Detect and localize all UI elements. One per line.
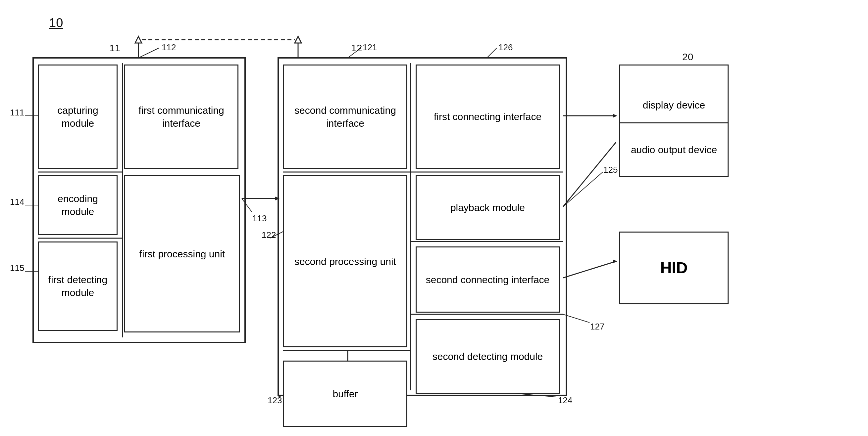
svg-line-23	[563, 261, 616, 278]
ref113: 113	[252, 213, 267, 224]
device11-label: 11	[109, 42, 120, 54]
ref114: 114	[10, 197, 24, 207]
ref121: 121	[363, 42, 377, 53]
svg-marker-4	[135, 36, 142, 43]
svg-marker-11	[275, 197, 280, 200]
ref122: 122	[261, 230, 276, 240]
second-detecting-module-box: second detecting module	[415, 319, 560, 394]
svg-line-28	[138, 48, 159, 58]
svg-marker-21	[613, 114, 617, 118]
ref123: 123	[268, 395, 282, 406]
playback-module-box: playback module	[415, 175, 560, 240]
svg-line-34	[563, 172, 603, 207]
ref115: 115	[10, 263, 24, 273]
svg-line-29	[242, 199, 252, 212]
device12-label: 12	[351, 42, 362, 54]
second-connecting-interface-box: second connecting interface	[415, 246, 560, 313]
svg-line-35	[487, 48, 497, 58]
encoding-module-box: encoding module	[38, 175, 118, 235]
first-connecting-interface-box: first connecting interface	[415, 65, 560, 169]
first-detecting-module-box: first detecting module	[38, 241, 118, 331]
first-processing-unit-box: first processing unit	[124, 175, 240, 332]
hid-box: HID	[619, 232, 728, 304]
diagram-title: 10	[49, 16, 63, 30]
capturing-module-box: capturing module	[38, 65, 118, 169]
svg-marker-24	[613, 259, 617, 263]
svg-line-36	[563, 314, 589, 323]
svg-marker-5	[295, 36, 301, 43]
ref111: 111	[10, 107, 24, 118]
second-communicating-interface-box: second communicating interface	[283, 65, 407, 169]
second-processing-unit-box: second processing unit	[283, 175, 407, 347]
ref112: 112	[162, 42, 176, 53]
diagram: 10 11 12 20 40 30 111 112 113 114 115 12…	[0, 0, 868, 436]
first-communicating-interface-box: first communicating interface	[124, 65, 239, 169]
ref126: 126	[498, 42, 513, 53]
ref124: 124	[558, 395, 572, 406]
ref125: 125	[603, 165, 618, 175]
buffer-box: buffer	[283, 361, 407, 427]
ref127: 127	[590, 322, 604, 332]
audio-output-device-box: audio output device	[619, 123, 728, 177]
device20-label: 20	[682, 51, 693, 63]
